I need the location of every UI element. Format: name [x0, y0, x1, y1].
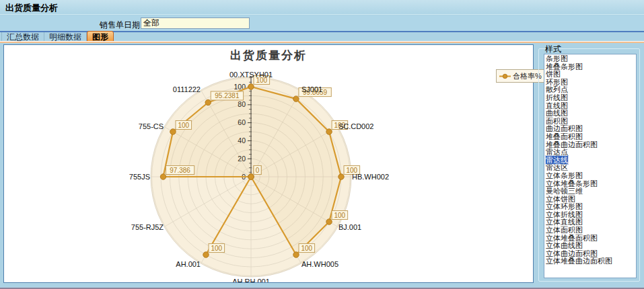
style-option[interactable]: 雷达点 [546, 149, 636, 157]
legend-series-label: 合格率% [513, 71, 542, 81]
tab-明细数据[interactable]: 明细数据 [44, 32, 87, 42]
svg-text:100: 100 [211, 245, 222, 252]
chart-legend: 合格率% [496, 69, 545, 83]
style-option[interactable]: 立体堆叠曲边面积图 [546, 257, 636, 265]
tab-strip: 汇总数据明细数据图形 [1, 32, 114, 42]
svg-text:97.386: 97.386 [170, 167, 190, 174]
svg-text:0: 0 [256, 167, 260, 174]
sales-date-label: 销售单日期 [100, 19, 140, 31]
svg-text:100: 100 [178, 122, 189, 129]
chart-title: 出货质量分析 [4, 48, 533, 63]
chart-panel: 02040608010010099.8659100100100100010009… [3, 44, 534, 283]
svg-text:SJ001: SJ001 [301, 85, 322, 93]
filter-bar: 销售单日期 [0, 15, 644, 31]
window-titlebar: 出货质量分析 [0, 0, 644, 15]
chart-style-listbox[interactable]: 条形图堆叠条形图饼图环形图散列点折线图直线图曲线图面积图曲边面积图堆叠面积图堆叠… [544, 54, 637, 278]
legend-series-icon [499, 73, 511, 79]
svg-text:0111222: 0111222 [173, 85, 201, 93]
sales-date-input[interactable] [141, 17, 250, 29]
tab-汇总数据[interactable]: 汇总数据 [1, 32, 44, 42]
svg-text:755-RJ5Z: 755-RJ5Z [131, 223, 164, 231]
svg-text:BJ.001: BJ.001 [338, 223, 361, 231]
svg-text:100: 100 [334, 212, 346, 219]
svg-text:100: 100 [301, 245, 312, 252]
radar-chart: 02040608010010099.8659100100100100010009… [4, 45, 533, 282]
svg-text:AH.RH.001: AH.RH.001 [232, 278, 270, 282]
svg-text:00.XTSYH01: 00.XTSYH01 [229, 71, 273, 79]
window-title: 出货质量分析 [5, 2, 58, 14]
content-top-border [0, 42, 644, 43]
svg-text:AH.WH005: AH.WH005 [301, 260, 338, 268]
svg-text:AH.001: AH.001 [176, 260, 201, 268]
svg-text:755-CS: 755-CS [139, 122, 164, 130]
tab-图形[interactable]: 图形 [87, 31, 114, 42]
svg-text:95.2381: 95.2381 [215, 92, 240, 99]
svg-text:HB.WH002: HB.WH002 [352, 173, 389, 181]
svg-text:SC.CD002: SC.CD002 [338, 122, 374, 130]
svg-text:755JS: 755JS [129, 173, 150, 181]
